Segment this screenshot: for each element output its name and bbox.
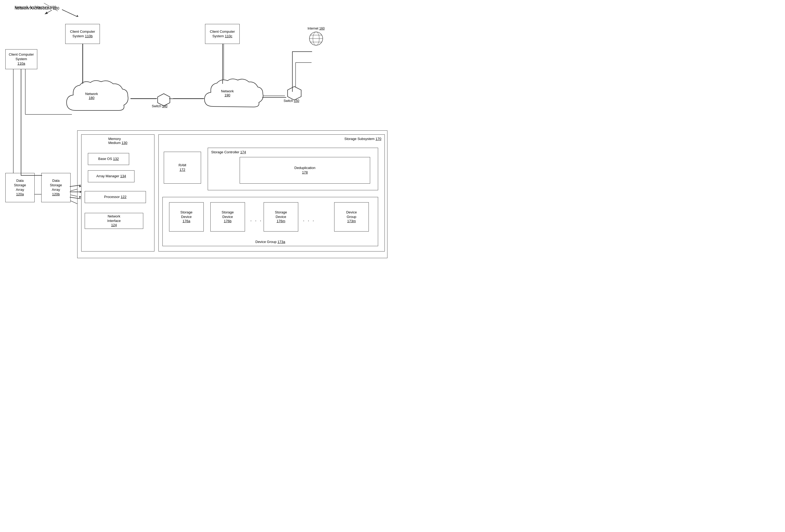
network-190: Network190	[200, 77, 263, 115]
data-storage-120b: DataStorageArray120b	[41, 173, 71, 202]
network-interface-124: NetworkInterface124	[85, 213, 143, 229]
line-180-140	[130, 99, 157, 99]
ram-172: RAM172	[164, 152, 201, 184]
arrowhead-2	[80, 191, 82, 193]
device-group-173m: DeviceGroup173m	[334, 202, 369, 232]
line-110c-190	[222, 44, 223, 84]
deduplication-178: Deduplication178	[239, 157, 370, 184]
line-110b-180	[82, 44, 83, 84]
memory-medium-label: MemoryMedium 130	[108, 137, 128, 145]
dots-right: . . .	[303, 217, 315, 222]
base-os-132: Base OS 132	[88, 153, 129, 165]
line-110a-down	[21, 69, 21, 176]
dots-middle: . . .	[250, 217, 262, 222]
line-110a-120b	[21, 175, 42, 176]
internet-160: Internet 160	[308, 27, 325, 46]
network-180: Network180	[61, 79, 133, 119]
processor-122: Processor 122	[85, 191, 146, 203]
storage-device-176b: StorageDevice176b	[210, 202, 245, 232]
title-label: Network Architecture 100	[15, 6, 59, 10]
svg-marker-22	[287, 86, 301, 100]
line-150-internet	[292, 52, 293, 92]
device-group-173a-label: Device Group 173a	[255, 240, 285, 244]
client-110c: Client ComputerSystem 110c	[205, 24, 239, 44]
title-arrowhead	[76, 15, 79, 18]
storage-controller-label: Storage Controller 174	[211, 150, 246, 154]
arrowhead-3	[79, 196, 81, 198]
storage-device-176m: StorageDevice176m	[263, 202, 298, 232]
arrowhead-1	[79, 185, 81, 187]
array-manager-134: Array Manager 134	[88, 170, 134, 182]
switch-140: Switch 140	[154, 90, 173, 109]
line-to-internet	[292, 51, 312, 52]
client-110a: Client Computer System 110a	[5, 49, 37, 69]
storage-subsystem-label: Storage Subsystem 170	[344, 137, 381, 141]
client-110b: Client ComputerSystem 110b	[65, 24, 100, 44]
svg-line-0	[45, 10, 52, 14]
line-190-150	[262, 97, 286, 98]
data-storage-120a: DataStorageArray120a	[5, 173, 34, 202]
diagram: Network Architecture 100 Client Computer…	[0, 0, 392, 266]
line-140-190	[169, 99, 204, 99]
title-arrow-line	[62, 9, 77, 17]
switch-150: Switch 150	[285, 84, 304, 103]
arrow-to-mm2	[70, 192, 81, 192]
storage-device-176a: StorageDevice176a	[169, 202, 204, 232]
